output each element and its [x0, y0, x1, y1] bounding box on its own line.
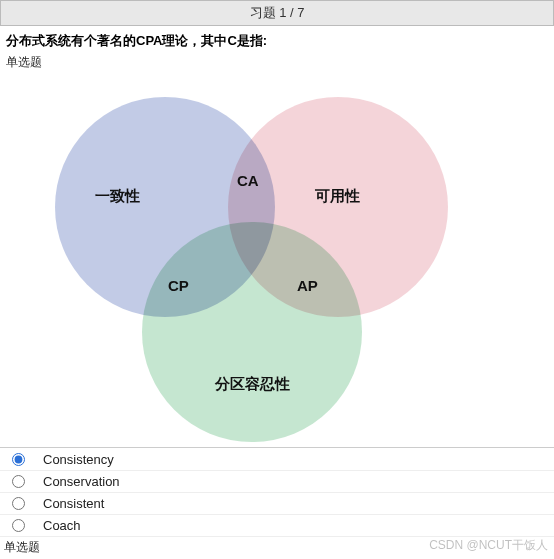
page-title: 习题 1 / 7 — [250, 5, 305, 20]
question-type-label: 单选题 — [0, 54, 554, 77]
option-row[interactable]: Consistency — [0, 448, 554, 470]
option-row[interactable]: Conservation — [0, 470, 554, 492]
venn-diagram: 一致性 可用性 分区容忍性 CA CP AP — [0, 77, 554, 447]
footer-question-type: 单选题 — [0, 536, 554, 556]
venn-overlap-ap: AP — [297, 277, 318, 294]
option-radio[interactable] — [12, 519, 25, 532]
venn-label-availability: 可用性 — [315, 187, 360, 206]
venn-label-partition: 分区容忍性 — [215, 375, 290, 394]
option-label: Coach — [43, 518, 81, 533]
option-label: Consistency — [43, 452, 114, 467]
option-label: Conservation — [43, 474, 120, 489]
question-text: 分布式系统有个著名的CPA理论，其中C是指: — [0, 26, 554, 54]
option-label: Consistent — [43, 496, 104, 511]
option-radio[interactable] — [12, 497, 25, 510]
title-bar: 习题 1 / 7 — [0, 0, 554, 26]
options-list: Consistency Conservation Consistent Coac… — [0, 447, 554, 536]
option-row[interactable]: Coach — [0, 514, 554, 536]
venn-label-consistency: 一致性 — [95, 187, 140, 206]
option-row[interactable]: Consistent — [0, 492, 554, 514]
option-radio[interactable] — [12, 453, 25, 466]
venn-overlap-cp: CP — [168, 277, 189, 294]
venn-overlap-ca: CA — [237, 172, 259, 189]
option-radio[interactable] — [12, 475, 25, 488]
venn-circle-partition — [142, 222, 362, 442]
